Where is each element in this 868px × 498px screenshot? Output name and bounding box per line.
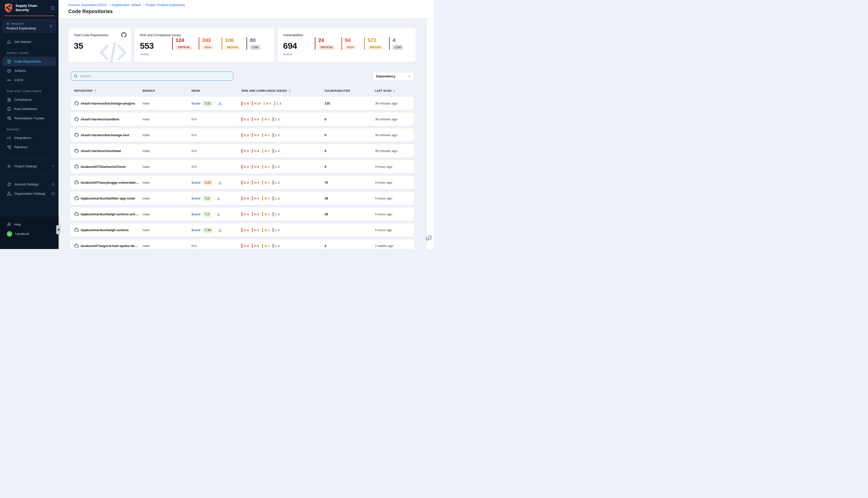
sidebar-item-code-repositories[interactable]: Code Repositories [2, 57, 56, 66]
sidebar-item-remediation-tracker[interactable]: Remediation Tracker [0, 114, 58, 123]
download-sbom-icon[interactable] [218, 228, 222, 232]
repo-name[interactable]: shash-harness/sandbox [81, 117, 120, 121]
repo-name[interactable]: shash-harness/backstage-plugins [81, 102, 135, 105]
sidebar-item-project-settings[interactable]: Project Settings [0, 161, 58, 171]
table-row[interactable]: lavakush07/argocd-hub-spoke-demomainN/AC… [71, 239, 414, 249]
table-row[interactable]: shash-harness/backstage-pluginsmainScore… [71, 97, 414, 110]
severity-count: 4 [392, 37, 406, 43]
repo-cell: tejakummarikuntla/filler-app-node [74, 196, 143, 200]
sbom-score-link[interactable]: Score [191, 212, 200, 216]
search-input[interactable] [71, 71, 233, 81]
search-icon [74, 74, 78, 78]
column-header-vulnerabilities[interactable]: VULNERABILITIES [324, 89, 375, 92]
user-menu[interactable]: L Lavakush [0, 229, 58, 238]
sidebar-item-ci-cd[interactable]: CI/CD [0, 75, 58, 85]
project-cube-icon [6, 22, 10, 25]
download-sbom-icon[interactable] [218, 102, 222, 106]
repo-cell: lavakush07/StarbucksClone [74, 165, 143, 169]
table-row[interactable]: lavakush07/easybuggy-vulnerable-app...ma… [71, 176, 414, 189]
last-scan-cell: 2 weeks ago [375, 244, 410, 248]
risk-compliance-card: Risk and Compliance Issues 553 Active 12… [134, 28, 274, 62]
severity-label-badge: CRITICAL [318, 45, 335, 50]
dependency-filter-dropdown[interactable]: Dependency [373, 72, 414, 80]
repo-name[interactable]: tejakummarikuntla/gh-actions-artifacts [81, 212, 139, 216]
breadcrumb-organization-link[interactable]: Organization: default [112, 3, 141, 7]
last-scan-cell: 3 hours ago [375, 181, 410, 184]
sbom-score-link[interactable]: Score [191, 228, 200, 232]
repo-name[interactable]: tejakummarikuntla/filler-app-node [81, 196, 135, 200]
vulnerabilities-card: Vulnerabilities 694 Active 24CRITICAL94H… [278, 28, 416, 62]
filter-value: Dependency [376, 74, 395, 78]
sidebar-item-artifacts[interactable]: Artifacts [0, 66, 58, 75]
breadcrumb-account-link[interactable]: Account: Automation-SSCA [68, 3, 107, 7]
module-grid-icon[interactable] [51, 6, 55, 10]
sidebar-item-integrations[interactable]: Integrations [0, 133, 58, 143]
severity-tile-critical: 24CRITICAL [315, 37, 335, 50]
brand-divider [4, 16, 54, 16]
download-sbom-icon[interactable] [216, 196, 221, 200]
repo-name[interactable]: tejakummarikuntla/gh-actions [81, 228, 129, 232]
chat-bubbles-icon[interactable] [425, 234, 432, 242]
sbom-score-link[interactable]: Score [191, 196, 200, 200]
table-row[interactable]: tejakummarikuntla/gh-actions-artifactsma… [71, 208, 414, 221]
sbom-na: N/A [191, 165, 197, 169]
repo-name[interactable]: lavakush07/argocd-hub-spoke-demo [81, 244, 139, 248]
breadcrumb-separator: › [143, 3, 144, 7]
sidebar-item-get-started[interactable]: Get Started [0, 37, 58, 47]
sidebar-collapse-handle[interactable] [56, 225, 61, 234]
last-scan-cell: 5 hours ago [375, 196, 410, 200]
column-header-last-scan[interactable]: LAST SCAN [375, 89, 410, 92]
branch-cell: main [143, 181, 191, 184]
column-header-repository[interactable]: REPOSITORY [74, 89, 143, 92]
sidebar-item-compliance[interactable]: Compliance [0, 95, 58, 104]
sbom-cell: Score7.2 [191, 196, 242, 201]
divider [214, 212, 214, 217]
risk-issues-cell: C 4H 10M 4L 3 [242, 101, 324, 106]
repo-name[interactable]: lavakush07/StarbucksClone [81, 165, 125, 169]
gear-icon [7, 164, 11, 169]
sidebar-item-account-settings[interactable]: Account Settings [0, 180, 58, 189]
breadcrumb-project-link[interactable]: Project: Product Exploratory [146, 3, 185, 7]
sbom-score-link[interactable]: Score [191, 102, 200, 105]
repo-name[interactable]: shash-harness/shashwat [81, 149, 121, 153]
sidebar-item-rule-definitions[interactable]: Rule Definitions [0, 104, 58, 114]
card-title: Vulnerabilities [283, 33, 410, 37]
risk-issues-cell: C 3H 9M 3L 3 [242, 180, 324, 185]
repo-name[interactable]: shash-harness/backstage-test [81, 133, 129, 137]
column-header-branch[interactable]: BRANCH [143, 89, 191, 92]
sidebar-item-pipelines[interactable]: Pipelines [0, 143, 58, 152]
project-selector[interactable]: PROJECT Product Exploratory [3, 19, 55, 32]
repo-name[interactable]: lavakush07/easybuggy-vulnerable-app... [81, 181, 139, 184]
table-row[interactable]: tejakummarikuntla/filler-app-nodemainSco… [71, 192, 414, 205]
risk-chip-critical: C 3 [242, 180, 249, 185]
sidebar-item-label: Organization Settings [14, 192, 45, 196]
user-name: Lavakush [15, 232, 29, 236]
sbom-score-link[interactable]: Score [191, 181, 200, 184]
divider [214, 196, 214, 201]
scroll-gutter[interactable] [426, 18, 434, 249]
table-row[interactable]: tejakummarikuntla/gh-actionsmainScore7.1… [71, 223, 414, 237]
nav-section-supply-chain: SUPPLY CHAIN [0, 52, 58, 54]
risk-chip-low: L 3 [273, 180, 280, 185]
risk-chip-high: H 9 [252, 196, 259, 200]
risk-chip-low: L 3 [273, 149, 280, 153]
column-header-risk[interactable]: RISK AND COMPLIANCE ISSUES [242, 89, 324, 92]
severity-label-badge: CRITICAL [176, 45, 192, 50]
info-icon[interactable] [51, 192, 55, 196]
table-row[interactable]: shash-harness/backstage-testmainN/AC 3H … [71, 128, 414, 142]
sidebar-item-label: Rule Definitions [14, 107, 37, 111]
download-sbom-icon[interactable] [216, 212, 221, 217]
risk-chip-high: H 9 [252, 228, 259, 232]
table-row[interactable]: lavakush07/StarbucksClonemainN/AC 3H 8M … [71, 160, 414, 173]
help-label: Help [14, 223, 21, 226]
card-title: Total Code Repositories [74, 33, 125, 37]
column-header-sbom[interactable]: SBOM [191, 89, 242, 92]
download-sbom-icon[interactable] [218, 181, 222, 185]
sidebar-item-organization-settings[interactable]: Organization Settings [0, 189, 58, 198]
info-icon[interactable] [51, 182, 55, 186]
table-row[interactable]: shash-harness/shashwatmainN/AC 3H 8M 3L … [71, 144, 414, 158]
app-root: Supply Chain Security PROJECT Product Ex… [0, 0, 434, 249]
severity-tile-high: 94HIGH [341, 37, 358, 50]
help-button[interactable]: Help [0, 220, 58, 229]
table-row[interactable]: shash-harness/sandboxmainN/AC 3H 8M 4L 2… [71, 113, 414, 126]
